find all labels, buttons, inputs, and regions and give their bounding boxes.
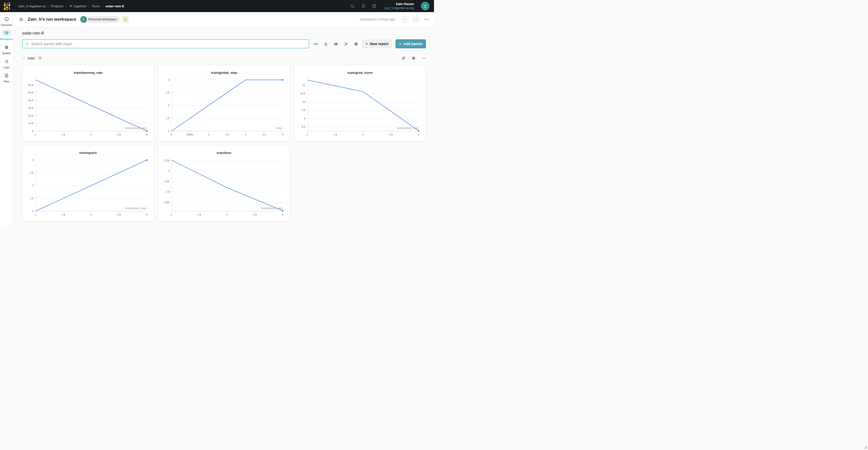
svg-text:3: 3	[146, 213, 148, 216]
panel-grid: 01e-62e-63e-64e-65e-66e-611.522.53train/…	[22, 65, 426, 222]
redo-icon	[413, 17, 418, 21]
chart-panel[interactable]: 01e-62e-63e-64e-65e-66e-611.522.53train/…	[22, 65, 154, 142]
svg-text:10.5: 10.5	[300, 92, 306, 95]
workspace-more-options-icon[interactable]	[424, 17, 429, 22]
svg-text:2.5: 2.5	[30, 171, 33, 174]
svg-text:1: 1	[35, 213, 36, 216]
svg-text:4e-6: 4e-6	[28, 99, 33, 102]
panel-search-input[interactable]	[31, 42, 306, 46]
breadcrumb-project-label: together	[74, 4, 87, 8]
svg-text:3: 3	[168, 169, 169, 172]
svg-text:2: 2	[226, 213, 228, 216]
breadcrumb-runs[interactable]: Runs	[92, 4, 100, 8]
svg-text:2: 2	[168, 104, 169, 107]
svg-text:1: 1	[168, 130, 169, 133]
chart-panel[interactable]: 2.852.92.9533.0511.522.53train/global_st…	[158, 145, 290, 222]
sidebar-item-workspace[interactable]: Workspace	[0, 30, 13, 40]
wandb-logo[interactable]	[2, 1, 11, 11]
workspace-avatar: Z	[80, 16, 87, 23]
breadcrumb-separator: ›	[48, 4, 49, 8]
x-axis-settings-icon[interactable]	[322, 39, 330, 48]
svg-text:1.5: 1.5	[61, 133, 65, 136]
breadcrumb: zain_h-together-ai › Projects › together…	[18, 4, 124, 8]
hamburger-menu-icon[interactable]	[19, 17, 24, 22]
svg-text:Step: Step	[276, 126, 282, 130]
svg-text:2: 2	[90, 133, 92, 136]
sidebar-item-label: Overview	[1, 23, 12, 26]
svg-text:3: 3	[282, 213, 283, 216]
notifications-bell-icon[interactable]	[361, 4, 366, 8]
svg-text:3.05: 3.05	[164, 159, 170, 162]
line-chart: 2.852.92.9533.0511.522.53train/global_st…	[158, 145, 290, 222]
section-more-options-icon[interactable]	[422, 56, 426, 60]
section-panel-count: 5	[37, 55, 43, 61]
sidebar-item-files[interactable]: Files	[0, 72, 13, 83]
svg-text:1.5: 1.5	[225, 133, 229, 136]
svg-text:11: 11	[303, 84, 305, 87]
search-icon	[25, 42, 29, 46]
svg-text:3: 3	[32, 159, 33, 162]
svg-text:8.5: 8.5	[302, 125, 305, 128]
add-panels-button[interactable]: + Add panels	[396, 39, 426, 48]
svg-text:2.95: 2.95	[164, 180, 170, 183]
svg-text:3: 3	[146, 133, 148, 136]
run-title: solar-rain-8	[22, 31, 426, 36]
new-report-button[interactable]: + New report	[362, 39, 392, 48]
breadcrumb-project[interactable]: together	[69, 4, 87, 8]
plus-icon: +	[366, 41, 368, 46]
breadcrumb-separator: ›	[102, 4, 103, 8]
undo-button[interactable]	[401, 16, 409, 23]
line-chart: 11.522.5311.522.53train/global_step	[22, 145, 154, 222]
settings-gear-icon[interactable]	[352, 39, 361, 48]
svg-text:1.5: 1.5	[197, 213, 201, 216]
breadcrumb-projects[interactable]: Projects	[51, 4, 63, 8]
chart-panel[interactable]: 11.522.530500m11.522.53Step train/global…	[158, 65, 290, 142]
people-icon	[69, 4, 73, 8]
smoothing-icon[interactable]	[332, 39, 340, 48]
redo-button[interactable]	[411, 16, 420, 23]
user-menu[interactable]: Zain Hasan zain_h-together-ai-org	[384, 2, 414, 10]
help-icon[interactable]	[372, 4, 377, 8]
svg-text:1: 1	[307, 133, 308, 136]
breadcrumb-run-name[interactable]: solar-rain-8	[105, 4, 124, 8]
chart-title: train/learning_rate	[22, 71, 154, 75]
svg-text:1: 1	[35, 133, 36, 136]
user-avatar[interactable]: Z	[421, 2, 430, 10]
sidebar-item-overview[interactable]: Overview	[0, 16, 13, 26]
svg-text:2: 2	[32, 184, 33, 187]
info-icon	[4, 17, 9, 22]
workspace-mode-pill[interactable]: Z Personal workspace	[80, 16, 120, 23]
chart-title: train/grad_norm	[294, 71, 426, 75]
pin-icon[interactable]	[401, 56, 406, 60]
line-chart: 8.599.51010.51111.522.53train/global_ste…	[294, 65, 426, 142]
search-icon[interactable]	[350, 4, 355, 8]
section-name[interactable]: train	[28, 56, 35, 60]
sparkle-doc-icon[interactable]	[122, 16, 129, 23]
svg-text:3: 3	[282, 133, 283, 136]
svg-text:0: 0	[171, 133, 172, 136]
outliers-icon[interactable]	[342, 39, 350, 48]
svg-text:0: 0	[32, 130, 33, 133]
svg-text:2.9: 2.9	[166, 190, 169, 193]
sidebar-item-label: Workspace	[0, 37, 13, 40]
sidebar-item-logs[interactable]: Logs	[0, 58, 13, 69]
sidebar-item-system[interactable]: System	[0, 44, 13, 55]
chart-panel[interactable]: 8.599.51010.51111.522.53train/global_ste…	[294, 65, 426, 142]
user-org-link[interactable]: zain_h-together-ai-org	[384, 6, 414, 10]
panel-more-options-icon[interactable]	[312, 39, 320, 48]
svg-text:1e-6: 1e-6	[28, 122, 33, 125]
user-name: Zain Hasan	[384, 2, 414, 6]
undo-icon	[403, 17, 407, 21]
add-panels-label: Add panels	[404, 42, 423, 46]
breadcrumb-entity[interactable]: zain_h-together-ai	[18, 4, 45, 8]
chart-title: train/loss	[158, 151, 290, 155]
workspace-content: solar-rain-8	[13, 27, 434, 225]
svg-text:10: 10	[302, 100, 305, 103]
svg-text:1: 1	[32, 209, 33, 213]
svg-text:2e-6: 2e-6	[28, 114, 33, 117]
svg-text:2.5: 2.5	[253, 213, 257, 216]
chevron-down-icon[interactable]	[22, 56, 26, 60]
chart-panel[interactable]: 11.522.5311.522.53train/global_step trai…	[22, 145, 154, 222]
line-chart: 11.522.530500m11.522.53Step	[158, 65, 290, 142]
section-settings-gear-icon[interactable]	[411, 56, 416, 60]
